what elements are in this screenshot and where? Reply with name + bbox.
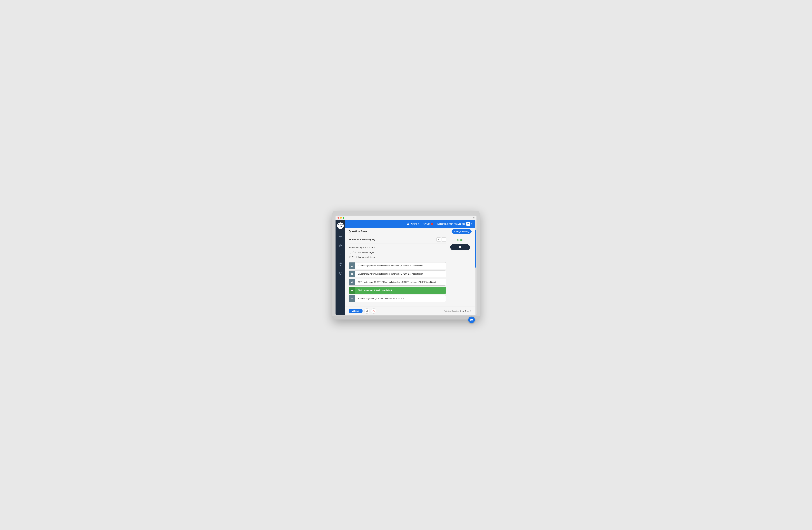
star-rating[interactable]: ★ ★ ★ ★ ★ xyxy=(460,310,472,312)
chart-icon[interactable] xyxy=(337,234,343,240)
titlebar: ≡ xyxy=(335,216,477,220)
option-a[interactable]: A Statement (1) ALONE is sufficient but … xyxy=(349,262,446,269)
cart-count: 3 xyxy=(431,223,433,225)
answer-options: A Statement (1) ALONE is sufficient but … xyxy=(349,262,446,302)
star-4[interactable]: ★ xyxy=(467,310,469,312)
main-content: GMAT ▾ Cart 3 Welcome, Simon A xyxy=(345,220,475,315)
option-d-text: EACH statement ALONE is sufficient. xyxy=(356,289,446,291)
option-e-label: E xyxy=(349,295,356,302)
user-menu[interactable]: Welcome, Simon AnalystPrep AP ▾ xyxy=(437,221,472,226)
question-area: Number Properties (Q. 78) ‹ › If n is an… xyxy=(345,235,475,306)
minimize-dot[interactable] xyxy=(340,217,342,219)
page-header: Question Bank Change Reading xyxy=(345,228,475,235)
chat-button[interactable] xyxy=(468,317,475,323)
pause-button[interactable] xyxy=(450,244,470,250)
star-5[interactable]: ★ xyxy=(469,310,472,312)
bookmark-button[interactable] xyxy=(364,309,369,314)
question-left: Number Properties (Q. 78) ‹ › If n is an… xyxy=(349,235,446,303)
prev-arrow[interactable]: ‹ xyxy=(436,238,441,242)
option-c-label: C xyxy=(349,279,356,285)
topnav: GMAT ▾ Cart 3 Welcome, Simon A xyxy=(345,220,475,228)
option-b-label: B xyxy=(349,271,356,277)
timer-value: 30 xyxy=(460,239,463,242)
flag-button[interactable] xyxy=(371,309,376,314)
change-reading-button[interactable]: Change Reading xyxy=(452,229,472,234)
notification-bell[interactable] xyxy=(407,223,409,225)
star-2[interactable]: ★ xyxy=(462,310,464,312)
gmat-selector[interactable]: GMAT ▾ xyxy=(411,223,419,225)
validate-button[interactable]: Validate xyxy=(349,309,363,313)
statement-2: (2) 3n + 2 is an even integer. xyxy=(349,255,446,259)
svg-point-1 xyxy=(340,245,341,246)
logo-text: ANALYSTPREP xyxy=(337,224,343,227)
option-d-label: D xyxy=(349,287,356,293)
scrollbar[interactable] xyxy=(475,220,477,315)
maximize-dot[interactable] xyxy=(343,217,344,219)
svg-rect-11 xyxy=(460,246,460,248)
brain-icon[interactable] xyxy=(337,243,343,249)
option-e[interactable]: E Statements (1) and (2) TOGETHER are no… xyxy=(349,295,446,302)
video-icon[interactable] xyxy=(337,252,343,258)
option-e-text: Statements (1) and (2) TOGETHER are not … xyxy=(356,297,446,300)
svg-point-0 xyxy=(339,245,342,247)
help-icon[interactable] xyxy=(337,261,343,267)
star-1[interactable]: ★ xyxy=(460,310,462,312)
rating-area: Rate this Question ★ ★ ★ ★ ★ xyxy=(444,310,472,312)
scrollbar-track[interactable] xyxy=(475,221,476,315)
option-b-text: Statement (2) ALONE is sufficient but st… xyxy=(356,273,446,275)
laptop-base xyxy=(332,316,480,319)
next-arrow[interactable]: › xyxy=(442,238,446,242)
cart-button[interactable]: Cart 3 xyxy=(423,223,433,225)
question-header: Number Properties (Q. 78) ‹ › xyxy=(349,235,446,243)
svg-rect-12 xyxy=(460,246,461,248)
question-label: Number Properties (Q. 78) xyxy=(349,238,375,241)
statement-1: (1) n2 + 1 is an odd integer. xyxy=(349,250,446,254)
option-a-label: A xyxy=(349,262,356,269)
option-c[interactable]: C BOTH statements TOGETHER are sufficien… xyxy=(349,279,446,286)
star-3[interactable]: ★ xyxy=(465,310,467,312)
nav-divider2 xyxy=(435,222,435,226)
sidebar: ANALYSTPREP xyxy=(335,220,345,315)
footer-bar: Validate Rate this Question xyxy=(345,306,475,315)
close-dot[interactable] xyxy=(337,217,339,219)
rate-label: Rate this Question xyxy=(444,310,459,312)
option-a-text: Statement (1) ALONE is sufficient but st… xyxy=(356,264,446,267)
question-text: If n is an integer, is n even? xyxy=(349,246,446,249)
option-b[interactable]: B Statement (2) ALONE is sufficient but … xyxy=(349,271,446,277)
option-d[interactable]: D EACH statement ALONE is sufficient. xyxy=(349,287,446,294)
page-title: Question Bank xyxy=(349,230,367,233)
user-avatar: AP xyxy=(466,221,470,226)
option-c-text: BOTH statements TOGETHER are sufficient,… xyxy=(356,281,446,283)
svg-marker-3 xyxy=(340,254,341,255)
trophy-icon[interactable] xyxy=(337,270,343,276)
question-right: 30 xyxy=(449,235,472,303)
scrollbar-thumb[interactable] xyxy=(475,230,476,268)
timer-display: 30 xyxy=(457,239,463,242)
logo: ANALYSTPREP xyxy=(337,223,344,229)
hamburger-icon[interactable]: ≡ xyxy=(473,217,475,219)
nav-arrows: ‹ › xyxy=(436,238,446,242)
